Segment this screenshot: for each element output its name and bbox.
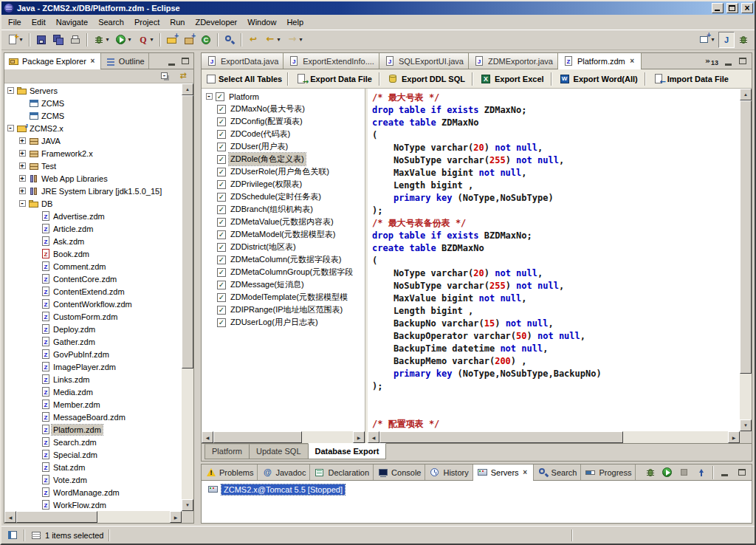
stop-server-button[interactable] (676, 465, 693, 481)
tree-item-vote-zdm[interactable]: Vote.zdm (4, 473, 182, 486)
scroll-left-button[interactable] (202, 431, 213, 443)
checkbox[interactable] (217, 117, 226, 126)
expander-icon[interactable] (16, 150, 28, 157)
close-button[interactable] (741, 3, 753, 13)
scrollbar-thumb[interactable] (379, 431, 623, 443)
editor-tab-exportextendinfo[interactable]: ExportExtendInfo.... (284, 53, 379, 69)
sql-view[interactable]: /* 最大号表 */drop table if exists ZDMaxNo;c… (368, 89, 752, 443)
search-button[interactable] (221, 32, 238, 48)
tree-item-stat-zdm[interactable]: Stat.zdm (4, 461, 182, 473)
horizontal-scrollbar[interactable] (368, 431, 740, 443)
start-server-button[interactable] (659, 465, 676, 481)
table-item-zddistrict[interactable]: ZDDistrict(地区表) (203, 241, 365, 253)
tree-item-gather-zdm[interactable]: Gather.zdm (4, 335, 182, 348)
view-tab-javadoc[interactable]: Javadoc (258, 465, 310, 480)
tree-item-jre-system-library-jdk1-5-0-15[interactable]: JRE System Library [jdk1.5.0_15] (4, 185, 182, 197)
editor-overflow-chevron[interactable]: 13 (704, 55, 720, 67)
minimize-button[interactable] (712, 3, 724, 13)
checkbox[interactable] (217, 318, 226, 327)
expander-icon[interactable] (16, 200, 28, 207)
minimize-view-button[interactable] (717, 465, 733, 481)
open-perspective-button[interactable] (696, 32, 718, 48)
table-item-zdmessage[interactable]: ZDMessage(短消息) (203, 278, 365, 291)
tree-item-zcms2-x[interactable]: ZCMS2.x (4, 122, 182, 134)
collapse-all-button[interactable] (157, 69, 173, 83)
scroll-up-button[interactable] (182, 83, 193, 95)
checkbox[interactable] (217, 130, 226, 139)
view-tab-servers[interactable]: Servers (473, 465, 534, 480)
table-item-zdmetacolumn[interactable]: ZDMetaColumn(元数据字段表) (203, 253, 365, 266)
checkbox[interactable] (217, 268, 226, 277)
menu-file[interactable]: File (3, 16, 27, 29)
export-word-all-button[interactable]: Export Word(All) (556, 72, 641, 86)
tree-item-messageboard-zdm[interactable]: MessageBoard.zdm (4, 411, 182, 423)
editor-tab-sqlexportui-java[interactable]: SQLExportUI.java (379, 53, 469, 69)
vertical-sash[interactable] (196, 52, 199, 524)
tree-item-links-zdm[interactable]: Links.zdm (4, 373, 182, 385)
view-tab-package-explorer[interactable]: Package Explorer (4, 53, 101, 69)
expander-icon[interactable] (16, 188, 28, 194)
checkbox[interactable] (217, 293, 226, 302)
tree-item-special-zdm[interactable]: Special.zdm (4, 448, 182, 461)
minimize-editor-button[interactable] (721, 55, 735, 67)
debug-button[interactable] (91, 32, 112, 48)
menu-edit[interactable]: Edit (27, 16, 51, 29)
tree-item-framework2-x[interactable]: Framework2.x (4, 147, 182, 160)
checkbox[interactable] (217, 205, 226, 214)
horizontal-scrollbar[interactable] (4, 511, 182, 523)
table-item-zdschedule[interactable]: ZDSchedule(定时任务表) (203, 191, 365, 203)
export-ddl-sql-button[interactable]: Export DDL SQL (384, 72, 468, 86)
checkbox[interactable] (217, 155, 226, 164)
maximize-view-button[interactable] (179, 55, 192, 67)
export-data-file-button[interactable]: Export Data File (292, 72, 375, 86)
server-entry[interactable]: ZCMS2.x@Tomcat 5.5 [Stopped] (203, 483, 750, 496)
view-tab-console[interactable]: Console (374, 465, 425, 480)
tree-item-contentextend-zdm[interactable]: ContentExtend.zdm (4, 285, 182, 298)
close-icon[interactable] (89, 57, 97, 65)
tree-item-contentcore-zdm[interactable]: ContentCore.zdm (4, 272, 182, 285)
horizontal-scrollbar[interactable] (202, 431, 365, 443)
vertical-scrollbar[interactable] (740, 89, 752, 431)
checkbox[interactable] (216, 92, 224, 101)
tree-item-customform-zdm[interactable]: CustomForm.zdm (4, 310, 182, 323)
checkbox[interactable] (217, 243, 226, 252)
checkbox[interactable] (217, 143, 226, 151)
table-item-zdmetamodel[interactable]: ZDMetaModel(元数据模型表) (203, 228, 365, 241)
close-icon[interactable] (628, 57, 636, 65)
tree-item-platform-zdm[interactable]: Platform.zdm (4, 423, 182, 436)
checkbox[interactable] (217, 218, 226, 227)
vertical-scrollbar[interactable] (182, 83, 193, 511)
view-tab-progress[interactable]: Progress (581, 465, 636, 480)
table-item-zdmaxno[interactable]: ZDMaxNo(最大号表) (203, 103, 365, 115)
table-item-zdprivilege[interactable]: ZDPrivilege(权限表) (203, 178, 365, 191)
tree-item-contentworkflow-zdm[interactable]: ContentWorkflow.zdm (4, 298, 182, 310)
checkbox[interactable] (217, 180, 226, 189)
new-wizard-button[interactable] (4, 32, 26, 48)
view-tab-search[interactable]: Search (534, 465, 582, 480)
scroll-down-button[interactable] (740, 419, 752, 431)
menu-run[interactable]: Run (165, 16, 190, 29)
debug-server-button[interactable] (642, 465, 659, 481)
tree-item-search-zdm[interactable]: Search.zdm (4, 436, 182, 448)
editor-tab-platform-zdm[interactable]: Platform.zdm (558, 53, 642, 69)
expander-icon[interactable] (4, 125, 16, 131)
table-item-zduser[interactable]: ZDUser(用户表) (203, 140, 365, 153)
maximize-editor-button[interactable] (736, 55, 749, 67)
scrollbar-thumb[interactable] (740, 100, 752, 374)
select-all-tables-checkbox[interactable]: Select All Tables (205, 75, 284, 83)
menu-project[interactable]: Project (129, 16, 165, 29)
forward-button[interactable] (284, 32, 306, 48)
maximize-button[interactable] (726, 3, 738, 13)
tree-item-deploy-zdm[interactable]: Deploy.zdm (4, 323, 182, 335)
table-tree-root-platform[interactable]: Platform (203, 90, 365, 103)
checkbox[interactable] (217, 281, 226, 289)
editor-tab-zdmexportor-java[interactable]: ZDMExportor.java (469, 53, 558, 69)
debug-perspective-button[interactable] (735, 32, 752, 48)
scroll-right-button[interactable] (728, 431, 740, 443)
expander-icon[interactable] (16, 162, 28, 169)
scrollbar-thumb[interactable] (213, 431, 302, 443)
table-item-zduserrole[interactable]: ZDUserRole(用户角色关联) (203, 165, 365, 178)
tree-item-member-zdm[interactable]: Member.zdm (4, 398, 182, 411)
scroll-right-button[interactable] (353, 431, 365, 443)
tree-item-zcms[interactable]: ZCMS (4, 109, 182, 122)
